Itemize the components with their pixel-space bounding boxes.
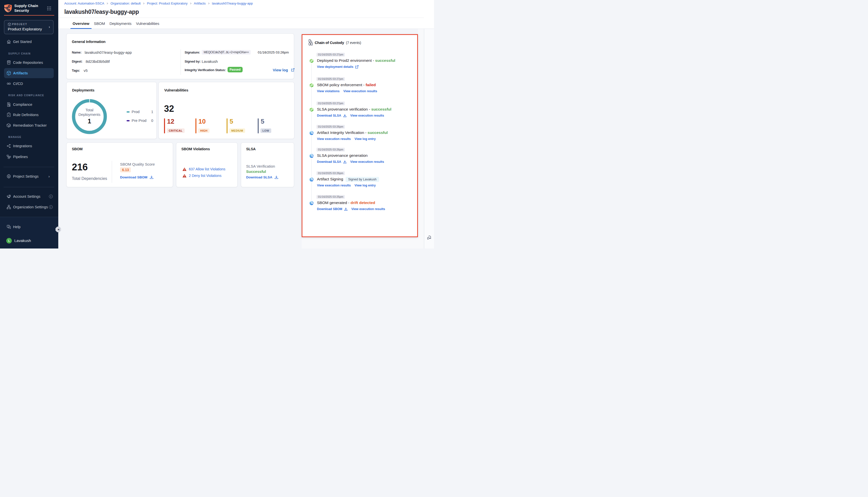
svg-text:?: ?	[8, 225, 9, 227]
